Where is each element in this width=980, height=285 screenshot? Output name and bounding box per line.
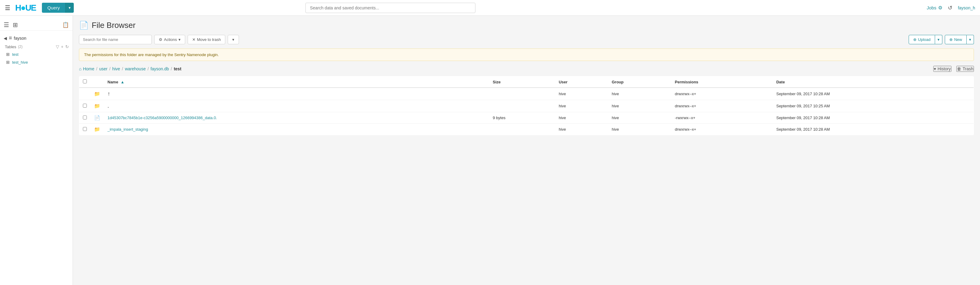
table-row: 📄1d45307bc7845b1e-c3256a5900000000_12669… [79, 112, 974, 124]
more-dropdown-icon: ▾ [232, 37, 234, 42]
more-dropdown-button[interactable]: ▾ [228, 35, 239, 44]
breadcrumb-sep-2: / [109, 66, 110, 71]
new-caret-button[interactable]: ▾ [967, 35, 974, 44]
row-checkbox[interactable] [83, 116, 87, 119]
history-caret-icon: ▾ [934, 66, 936, 71]
sidebar-add-icon[interactable]: + [61, 44, 64, 49]
sidebar-item-test[interactable]: ⊞ test [0, 50, 73, 58]
main-content: 📄 File Browser ⚙ Actions ▾ ✕ Move to tra… [73, 16, 980, 285]
breadcrumb-sep-4: / [148, 66, 149, 71]
row-checkbox[interactable] [83, 127, 87, 131]
toolbar: ⚙ Actions ▾ ✕ Move to trash ▾ ⊕ Upload ▾ [79, 35, 974, 44]
sidebar: ☰ ⊞ 📋 ◀ ≡ fayson Tables (2) ▽ + ↻ ⊞ test… [0, 16, 73, 285]
header-name[interactable]: Name ▲ [104, 76, 489, 88]
new-label: New [954, 37, 962, 42]
hamburger-icon[interactable]: ☰ [5, 4, 10, 11]
table-row: 📁_impala_insert_staginghivehivedrwxrwx--… [79, 124, 974, 135]
row-checkbox[interactable] [83, 104, 87, 108]
sidebar-filter-icon[interactable]: ▽ [56, 44, 59, 49]
header-date: Date [773, 76, 974, 88]
sidebar-grid-icon[interactable]: ⊞ [13, 21, 18, 28]
jobs-button[interactable]: Jobs ⚙ [927, 5, 942, 11]
sidebar-item-test-hive[interactable]: ⊞ test_hive [0, 58, 73, 66]
row-group: hive [608, 88, 671, 100]
main-layout: ☰ ⊞ 📋 ◀ ≡ fayson Tables (2) ▽ + ↻ ⊞ test… [0, 16, 980, 285]
actions-caret-icon: ▾ [178, 37, 181, 42]
history-icon[interactable]: ↺ [948, 5, 952, 11]
sidebar-table-icon-test-hive: ⊞ [6, 60, 10, 65]
user-menu[interactable]: fayson_h [958, 5, 975, 10]
move-trash-label: Move to trash [197, 37, 221, 42]
query-button[interactable]: Query [42, 3, 65, 13]
sidebar-db-header[interactable]: ◀ ≡ fayson [0, 33, 73, 43]
row-permissions: drwxrwx--x+ [671, 124, 773, 135]
row-size: 9 bytes [489, 112, 555, 124]
permissions-alert: The permissions for this folder are mana… [79, 49, 974, 61]
move-trash-x-icon: ✕ [192, 37, 196, 42]
row-checkbox-cell [79, 124, 91, 135]
file-search-input[interactable] [79, 35, 152, 44]
breadcrumb-user-link[interactable]: user [99, 66, 107, 71]
table-row: 📁↑hivehivedrwxrwx--x+September 09, 2017 … [79, 88, 974, 100]
toolbar-right: ⊕ Upload ▾ ⊕ New ▾ [908, 35, 974, 44]
header-permissions: Permissions [671, 76, 773, 88]
row-checkbox-cell [79, 100, 91, 112]
sidebar-back-icon: ◀ [4, 36, 7, 41]
jobs-label: Jobs [927, 5, 936, 10]
sidebar-tables-count: (2) [18, 44, 23, 49]
header-checkbox-col [79, 76, 91, 88]
file-table: Name ▲ Size User Group Permissions Date … [79, 76, 974, 135]
sidebar-tables-label: Tables [5, 44, 16, 49]
breadcrumb-home-link[interactable]: ⌂ Home [79, 66, 94, 71]
breadcrumb-sep-5: / [171, 66, 172, 71]
row-group: hive [608, 100, 671, 112]
trash-button[interactable]: 🗑 Trash [956, 66, 974, 72]
breadcrumb-sep-3: / [122, 66, 123, 71]
sidebar-copy-icon[interactable]: 📋 [62, 22, 69, 28]
actions-button[interactable]: ⚙ Actions ▾ [154, 35, 185, 44]
sidebar-db-stack-icon: ≡ [9, 35, 12, 41]
breadcrumb-faysondb-link[interactable]: fayson.db [151, 66, 169, 71]
row-user: hive [555, 124, 608, 135]
breadcrumb-bar: ⌂ Home / user / hive / warehouse / fayso… [79, 66, 974, 72]
upload-plus-icon: ⊕ [913, 37, 916, 42]
query-dropdown-button[interactable]: ▾ [65, 3, 74, 13]
file-table-body: 📁↑hivehivedrwxrwx--x+September 09, 2017 … [79, 88, 974, 135]
move-to-trash-button[interactable]: ✕ Move to trash [188, 35, 226, 44]
row-permissions: drwxrwx--x+ [671, 100, 773, 112]
row-permissions: drwxrwx--x+ [671, 88, 773, 100]
global-search-container [305, 3, 476, 13]
name-header-label: Name [107, 80, 118, 84]
row-user: hive [555, 100, 608, 112]
row-size [489, 88, 555, 100]
row-checkbox-cell [79, 88, 91, 100]
row-name-link[interactable]: 1d45307bc7845b1e-c3256a5900000000_126699… [107, 116, 217, 120]
breadcrumb-home-label: Home [83, 66, 94, 71]
actions-gear-icon: ⚙ [159, 37, 162, 42]
global-search-input[interactable] [305, 3, 476, 13]
row-group: hive [608, 112, 671, 124]
history-button[interactable]: ▾ History [933, 66, 951, 72]
select-all-checkbox[interactable] [83, 79, 87, 83]
top-navigation: ☰ H●UE Query ▾ Jobs ⚙ ↺ fayson_h [0, 0, 980, 16]
jobs-settings-icon: ⚙ [938, 5, 942, 11]
row-type-icon: 📁 [91, 100, 104, 112]
upload-button[interactable]: ⊕ Upload [908, 35, 935, 44]
file-table-header: Name ▲ Size User Group Permissions Date [79, 76, 974, 88]
sidebar-top-icons: ☰ ⊞ 📋 [0, 19, 73, 31]
file-browser-icon: 📄 [79, 21, 89, 30]
name-sort-icon: ▲ [121, 80, 124, 84]
row-user: hive [555, 112, 608, 124]
header-icon-col [91, 76, 104, 88]
history-label: History [937, 66, 951, 71]
breadcrumb-warehouse-link[interactable]: warehouse [125, 66, 146, 71]
row-name-cell: 1d45307bc7845b1e-c3256a5900000000_126699… [104, 112, 489, 124]
upload-label: Upload [918, 37, 931, 42]
breadcrumb-hive-link[interactable]: hive [112, 66, 120, 71]
new-button[interactable]: ⊕ New [945, 35, 967, 44]
header-user: User [555, 76, 608, 88]
upload-caret-button[interactable]: ▾ [935, 35, 942, 44]
sidebar-layers-icon[interactable]: ☰ [4, 21, 9, 28]
sidebar-refresh-icon[interactable]: ↻ [65, 44, 69, 49]
row-name-link[interactable]: _impala_insert_staging [107, 127, 148, 131]
